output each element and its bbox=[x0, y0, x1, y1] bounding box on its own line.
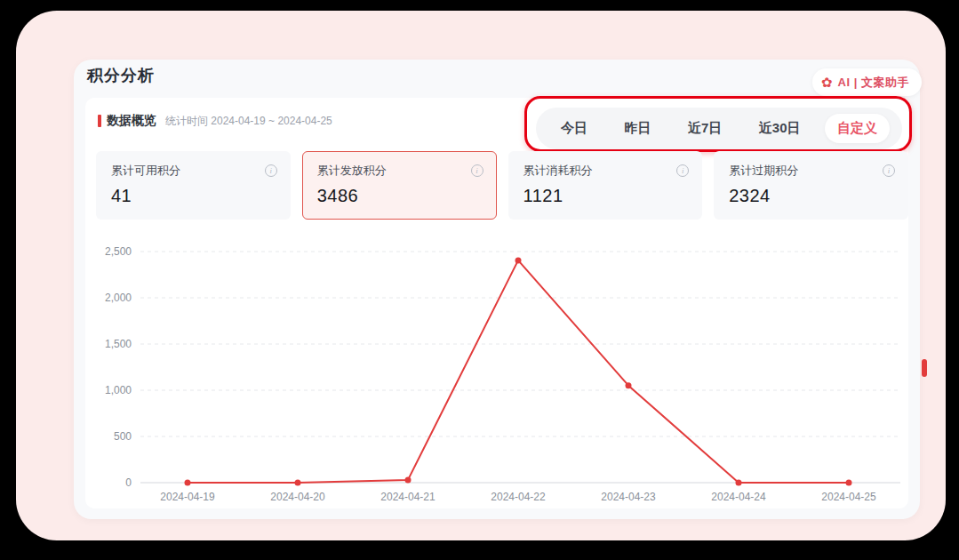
info-icon[interactable]: i bbox=[265, 164, 277, 177]
y-axis-tick: 1,500 bbox=[105, 338, 132, 350]
overview-header: 数据概览 统计时间 2024-04-19 ~ 2024-04-25 bbox=[98, 112, 332, 130]
stat-card-label: 累计过期积分 bbox=[729, 163, 798, 179]
stat-time-range: 统计时间 2024-04-19 ~ 2024-04-25 bbox=[165, 114, 332, 129]
overview-title: 数据概览 bbox=[107, 113, 156, 129]
y-axis-tick: 2,000 bbox=[105, 292, 132, 304]
data-point-2024-04-22[interactable] bbox=[515, 257, 522, 263]
tab-3[interactable]: 近7日 bbox=[675, 114, 734, 143]
stat-card-3[interactable]: 累计消耗积分i1121 bbox=[508, 151, 703, 220]
stat-cards-row: 累计可用积分i41累计发放积分i3486累计消耗积分i1121累计过期积分i23… bbox=[96, 151, 908, 220]
stat-card-value: 3486 bbox=[317, 186, 483, 206]
x-axis-tick: 2024-04-21 bbox=[380, 491, 436, 503]
stat-card-header: 累计过期积分i bbox=[729, 163, 895, 179]
floating-widget-notch[interactable] bbox=[922, 359, 927, 377]
ai-assistant-button[interactable]: ✿ AI | 文案助手 bbox=[812, 68, 922, 96]
y-axis-tick: 2,500 bbox=[105, 245, 132, 258]
series-line bbox=[188, 260, 849, 483]
section-marker-bar bbox=[98, 115, 101, 127]
x-axis-tick: 2024-04-22 bbox=[491, 491, 546, 503]
stat-card-value: 41 bbox=[111, 186, 277, 206]
stat-card-header: 累计消耗积分i bbox=[523, 163, 690, 179]
stat-card-1[interactable]: 累计可用积分i41 bbox=[96, 151, 291, 220]
info-icon[interactable]: i bbox=[883, 164, 895, 177]
stat-card-value: 2324 bbox=[729, 186, 895, 206]
y-axis-tick: 500 bbox=[114, 430, 132, 443]
x-axis-tick: 2024-04-24 bbox=[711, 491, 766, 503]
x-axis-tick: 2024-04-20 bbox=[270, 491, 325, 503]
data-point-2024-04-19[interactable] bbox=[185, 480, 191, 486]
stat-card-value: 1121 bbox=[523, 186, 690, 206]
screenshot-root: { "page": { "title": "积分分析" }, "ai_badge… bbox=[0, 0, 959, 560]
stat-card-header: 累计可用积分i bbox=[111, 163, 277, 179]
date-range-tabs: 今日昨日近7日近30日自定义 bbox=[536, 108, 902, 149]
x-axis-tick: 2024-04-23 bbox=[601, 491, 656, 503]
tab-5[interactable]: 自定义 bbox=[825, 114, 890, 143]
x-axis-tick: 2024-04-19 bbox=[160, 491, 215, 503]
tab-4[interactable]: 近30日 bbox=[747, 114, 813, 143]
info-icon[interactable]: i bbox=[676, 164, 689, 177]
ai-assistant-label: AI | 文案助手 bbox=[838, 75, 909, 91]
tab-1[interactable]: 今日 bbox=[548, 114, 600, 143]
data-point-2024-04-25[interactable] bbox=[846, 480, 852, 486]
stat-card-header: 累计发放积分i bbox=[317, 163, 483, 179]
x-axis-tick: 2024-04-25 bbox=[821, 491, 876, 503]
stat-card-label: 累计消耗积分 bbox=[523, 163, 593, 179]
info-icon[interactable]: i bbox=[471, 164, 483, 177]
stat-card-label: 累计可用积分 bbox=[111, 163, 180, 179]
y-axis-tick: 1,000 bbox=[105, 384, 132, 396]
ai-flower-icon: ✿ bbox=[821, 76, 833, 89]
y-axis-tick: 0 bbox=[125, 476, 132, 489]
data-point-2024-04-21[interactable] bbox=[405, 476, 412, 483]
points-line-chart: 05001,0001,5002,0002,5002024-04-192024-0… bbox=[105, 244, 908, 505]
tab-2[interactable]: 昨日 bbox=[611, 114, 663, 143]
data-point-2024-04-23[interactable] bbox=[626, 382, 632, 388]
stat-card-2[interactable]: 累计发放积分i3486 bbox=[302, 151, 497, 220]
data-point-2024-04-20[interactable] bbox=[295, 480, 301, 486]
data-point-2024-04-24[interactable] bbox=[736, 480, 742, 486]
stat-card-label: 累计发放积分 bbox=[317, 163, 387, 179]
stat-card-4[interactable]: 累计过期积分i2324 bbox=[714, 151, 908, 220]
page-title: 积分分析 bbox=[87, 65, 155, 86]
pink-background-shell: 积分分析 ✿ AI | 文案助手 数据概览 统计时间 2024-04-19 ~ … bbox=[16, 11, 946, 540]
